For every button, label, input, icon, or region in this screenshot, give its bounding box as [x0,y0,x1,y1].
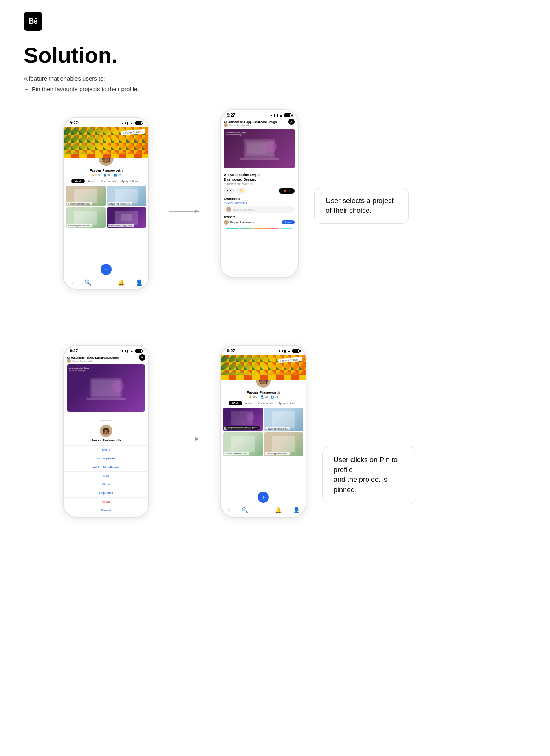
tab-work[interactable]: Work [72,179,84,183]
nav-search-icon[interactable]: 🔍 [84,279,91,286]
detail-status-bar: 9:27 ▲ [221,110,298,119]
bullet-arrow: → [24,85,29,94]
profile-header-bg: Favour Praisw... [64,127,148,158]
pin-to-profile-action[interactable]: Pin to profile [64,454,148,463]
callout-container-2: User clicks on Pin to profileand the pro… [322,447,416,503]
svg-point-10 [247,413,255,421]
detail-content: An Automation DAppDashboard Design. Publ… [221,173,298,229]
pinned-project-travel2[interactable]: A Travel App Mobile Desi... [223,432,263,456]
sheet-actions: Share Pin to profile Add to Moodboard Ed… [64,445,148,514]
pinned-header-bg: Favour Praisw... [221,355,306,380]
pinned-bottom-nav: ⌂ 🔍 □ 🔔 👤 [221,503,306,517]
project-thumb[interactable]: A Travel App Mobile Desi... [66,186,106,206]
project-thumb[interactable]: A Travel App Mobile Desi... [66,207,106,228]
unpublish-action[interactable]: Unpublish [64,489,148,497]
pinned-project-grid: An Automation DApp Dash... Project has b… [221,408,306,456]
profile-name: Favour Praiseworth [64,168,148,172]
follow-button[interactable]: Follow [282,220,295,224]
callout-text-2: User clicks on Pin to profileand the pro… [334,456,398,494]
pinned-nav-search[interactable]: 🔍 [242,507,248,513]
battery-icon [135,121,142,125]
sheet-avatar: 🧑🏾 [100,425,112,437]
pinned-profile-tabs: Work About Moodboards Appreciations [221,401,306,405]
pin-button[interactable]: 📌 4 [279,188,295,194]
sheet-close-button[interactable]: ✕ [139,354,145,361]
bottom-sheet: 🧑🏾 Favour Praiseworth Share Pin to profi… [64,416,148,517]
fab-add-button[interactable]: + [101,264,112,275]
nav-bell-icon[interactable]: 🔔 [118,279,125,286]
bullet-text: Pin their favourite projects to their pr… [32,85,139,94]
pinned-nav-profile[interactable]: 👤 [293,507,300,513]
detail-image-container: An Automation DApp Dashboard Design. [221,129,298,173]
callout-bubble-1: User selects a project of their choice. [314,188,409,224]
flow-row-1: 9:27 ▲ Favour Praisw... [24,109,526,290]
detail-actions: ••• 📁 📌 4 [224,188,295,194]
owner-row: Favour Praiseworth Follow [224,220,295,225]
solution-section: Solution. A feature that enables users t… [0,35,550,93]
content-area: 9:27 ▲ Favour Praisw... [0,93,550,557]
arrow-svg-2 [165,423,204,455]
solution-title: Solution. [24,42,526,68]
pinned-nav-bell[interactable]: 🔔 [275,507,282,513]
battery-icon-4 [292,349,299,353]
delete-action[interactable]: Delete [64,497,148,506]
comments-title: Comments [224,197,295,200]
pinned-project-travel1[interactable]: A Travel App Mobile Desi... [264,408,304,431]
header: Bē [0,0,550,35]
pinned-project-auto[interactable]: An Automation DApp Dash... Project has b… [223,408,263,431]
sheet-image: An Automation DApp Dashboard Design. [67,364,145,412]
save-button[interactable]: 📁 [236,188,246,194]
share-action[interactable]: Share [64,445,148,454]
pinned-status-icons: ▲ [279,349,299,353]
sheet-user-name: Favour Praiseworth [64,439,148,442]
pinned-nav-home[interactable]: ⌂ [227,507,230,513]
arrow-svg [165,196,204,227]
section-gap [24,321,526,345]
detail-phone: 9:27 ▲ An Automation DApp Dashboard Desi… [220,109,299,278]
status-icons: ▲ [122,121,142,125]
sheet-project-title: An Automation DApp Dashboard Design [67,356,119,359]
comments-section: Comments View All Comments Write a comme… [224,197,295,213]
pinned-project-travel3[interactable]: A Travel App Mobile Desi... [264,432,304,456]
pinned-tab-work[interactable]: Work [229,401,242,405]
owners-title: Owners [224,215,295,219]
battery-icon-3 [135,349,142,353]
svg-rect-7 [86,398,126,400]
laptop-illustration [236,135,283,162]
sheet-image-container: An Automation DApp Dashboard Design. [64,364,148,413]
edit-action[interactable]: Edit [64,471,148,480]
close-button[interactable]: ✕ [288,119,295,125]
sheet-handle [100,420,112,421]
cancel-action[interactable]: Cancel [64,506,148,514]
clone-action[interactable]: Clone [64,480,148,489]
pinned-nav-gallery[interactable]: □ [260,507,263,513]
detail-image: An Automation DApp Dashboard Design. [224,129,295,168]
sheet-status-bar: 9:27 ▲ [64,346,148,355]
detail-published: Published on: 26/8/2022 [224,183,295,185]
pinned-phone: 9:27 ▲ Favour Praisw... 🧑🏾 [220,345,306,518]
flow-row-2: 9:27 ▲ An Automation DApp Dashboard Desi… [24,345,526,518]
owners-section: Owners Favour Praiseworth Follow [224,215,295,225]
more-options-button[interactable]: ••• [224,188,235,194]
nav-home-icon[interactable]: ⌂ [70,279,73,286]
detail-title-text: An Automation DAppDashboard Design. [224,173,295,182]
svg-point-4 [265,141,277,152]
owner-name: Favour Praiseworth [230,221,280,224]
callout-bubble-2: User clicks on Pin to profileand the pro… [322,447,416,503]
behance-logo: Bē [24,12,42,31]
owner-avatar [224,220,229,225]
svg-rect-2 [240,158,279,160]
profile-stats: 👍 309 👤 80 👥 75 [64,174,148,177]
add-to-moodboard-action[interactable]: Add to Moodboard [64,463,148,471]
view-all-comments[interactable]: View All Comments [224,201,295,204]
pinned-fab-button[interactable]: + [258,492,269,503]
svg-point-8 [112,380,124,392]
detail-project-title: An Automation DApp Dashboard Design [224,121,277,123]
nav-gallery-icon[interactable]: □ [103,279,106,286]
sheet-phone: 9:27 ▲ An Automation DApp Dashboard Desi… [63,345,149,518]
project-thumb[interactable]: A Travel App Mobile Desi... [107,186,147,206]
comment-input[interactable]: Write a comment... [224,206,295,213]
project-thumb-auto[interactable]: An Automation DApp Dash... [107,207,147,228]
nav-profile-icon[interactable]: 👤 [136,279,143,286]
pin-toast: Project has been pinned to profile [226,426,260,430]
